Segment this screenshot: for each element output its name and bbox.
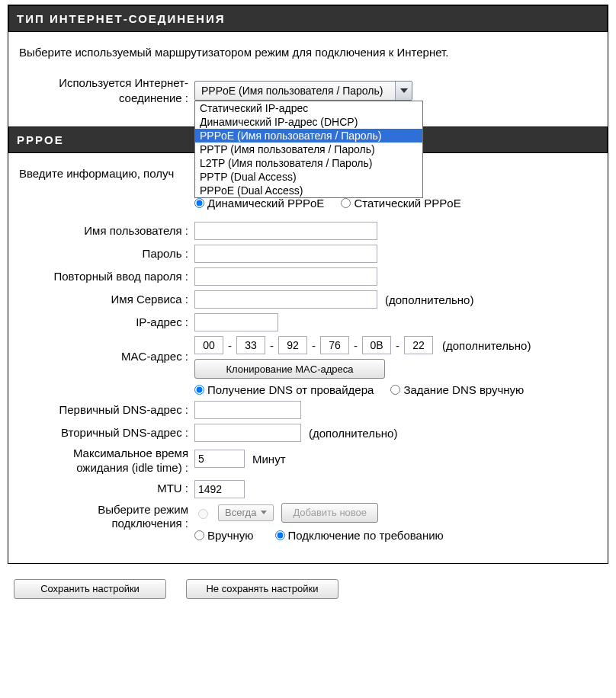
connmode-manual[interactable]: Вручную — [194, 529, 254, 542]
mac-octet-6[interactable] — [404, 336, 433, 354]
dns-manual[interactable]: Задание DNS вручную — [390, 383, 524, 396]
service-name-input[interactable] — [194, 290, 377, 309]
section-title: ТИП ИНТЕРНЕТ-СОЕДИНЕНИЯ — [17, 12, 226, 25]
optional-note: (дополнительно) — [385, 293, 473, 306]
connmode-manual-radio[interactable] — [194, 530, 204, 540]
chevron-down-icon — [400, 88, 408, 93]
connection-type-option[interactable]: PPPoE (Имя пользователя / Пароль) — [195, 129, 422, 142]
connection-type-option[interactable]: PPPoE (Dual Access) — [195, 184, 422, 197]
connmode-always-select[interactable]: Всегда — [218, 504, 274, 521]
idle-time-unit: Минут — [252, 453, 286, 466]
connection-type-select[interactable]: PPPoE (Имя пользователя / Пароль) — [194, 81, 412, 101]
connection-type-intro: Выберите используемый маршрутизатором ре… — [19, 46, 597, 59]
pppoe-mode-dynamic-radio[interactable] — [194, 198, 204, 208]
dns-auto-radio[interactable] — [194, 385, 204, 395]
ip-address-input[interactable] — [194, 313, 278, 331]
mac-octet-1[interactable] — [194, 336, 223, 354]
password-input[interactable] — [194, 245, 377, 263]
primary-dns-label: Первичный DNS-адрес : — [19, 403, 194, 418]
pppoe-mode-static-radio[interactable] — [341, 198, 351, 208]
secondary-dns-input[interactable] — [194, 424, 301, 442]
connection-mode-label: Выберите режим подключения : — [19, 503, 194, 532]
ip-address-label: IP-адрес : — [19, 315, 194, 330]
dns-auto[interactable]: Получение DNS от провайдера — [194, 383, 374, 396]
pppoe-mode-dynamic[interactable]: Динамический PPPoE — [194, 197, 324, 210]
mtu-input[interactable] — [194, 480, 245, 498]
mac-octet-5[interactable] — [362, 336, 391, 354]
username-label: Имя пользователя : — [19, 224, 194, 239]
mac-octet-3[interactable] — [278, 336, 307, 354]
section-title-pppoe: PPPOE — [17, 133, 64, 146]
clone-mac-button[interactable]: Клонирование MAC-адреса — [194, 359, 385, 379]
username-input[interactable] — [194, 222, 377, 240]
connmode-always-radio[interactable] — [198, 509, 208, 519]
connection-type-option[interactable]: PPTP (Имя пользователя / Пароль) — [195, 142, 422, 156]
mac-octet-2[interactable] — [236, 336, 265, 354]
save-settings-button[interactable]: Сохранить настройки — [14, 579, 166, 599]
connection-type-option[interactable]: PPTP (Dual Access) — [195, 170, 422, 184]
mtu-label: MTU : — [19, 482, 194, 496]
mac-address-fields: - - - - - (дополнительно) — [194, 336, 531, 354]
password-label: Пароль : — [19, 247, 194, 261]
password-confirm-input[interactable] — [194, 267, 377, 286]
connection-type-label: Используется Интернет-соединение : — [19, 75, 194, 105]
mac-address-label: MAC-адрес : — [19, 336, 194, 364]
connection-type-dropdown-list[interactable]: Статический IP-адресДинамический IP-адре… — [194, 101, 423, 198]
connmode-ondemand-radio[interactable] — [275, 530, 285, 540]
add-new-button[interactable]: Добавить новое — [281, 503, 378, 523]
pppoe-mode-static[interactable]: Статический PPPoE — [341, 197, 460, 210]
optional-note: (дополнительно) — [442, 339, 531, 352]
chevron-down-icon — [261, 511, 267, 514]
dns-manual-radio[interactable] — [390, 385, 400, 395]
connection-type-selected: PPPoE (Имя пользователя / Пароль) — [195, 85, 395, 97]
primary-dns-input[interactable] — [194, 401, 301, 419]
connection-type-option[interactable]: Динамический IP-адрес (DHCP) — [195, 115, 422, 129]
connection-type-option[interactable]: Статический IP-адрес — [195, 101, 422, 115]
optional-note: (дополнительно) — [309, 427, 397, 440]
connmode-ondemand[interactable]: Подключение по требованию — [275, 529, 444, 542]
service-name-label: Имя Сервиса : — [19, 293, 194, 307]
idle-time-label: Максимальное время ожидания (idle time) … — [19, 447, 194, 475]
mac-octet-4[interactable] — [320, 336, 349, 354]
dropdown-arrow-button[interactable] — [395, 82, 412, 100]
secondary-dns-label: Вторичный DNS-адрес : — [19, 426, 194, 440]
dont-save-settings-button[interactable]: Не сохранять настройки — [186, 579, 338, 599]
section-header-connection-type: ТИП ИНТЕРНЕТ-СОЕДИНЕНИЯ — [8, 5, 608, 32]
password-confirm-label: Повторный ввод пароля : — [19, 270, 194, 284]
connection-type-option[interactable]: L2TP (Имя пользователя / Пароль) — [195, 156, 422, 170]
idle-time-input[interactable] — [194, 450, 245, 468]
